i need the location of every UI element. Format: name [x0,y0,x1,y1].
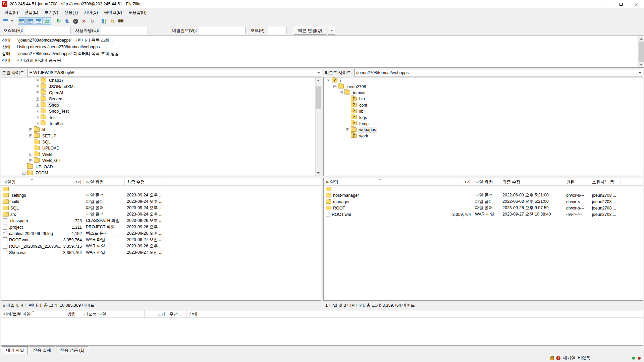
tree-item[interactable]: +WEB [1,152,315,158]
column-header-4[interactable]: 권한 [564,178,590,185]
tree-item[interactable]: +Shop [1,102,315,108]
column-header-0[interactable]: 파일명 [1,178,63,185]
quickconnect-button[interactable]: 빠른 연결(Q) [294,27,327,35]
refresh-button[interactable]: ↻ [55,17,63,25]
file-row[interactable]: .classpath723CLASSPATH 파일2023-09-26 오후 .… [1,218,164,224]
tree-expander-icon[interactable]: + [36,98,39,101]
tree-expander-icon[interactable]: + [29,128,32,131]
toggle-log-button[interactable] [18,17,26,25]
tree-item[interactable]: lib [324,108,643,114]
site-manager-dropdown-button[interactable] [10,17,14,25]
file-row[interactable]: host-manager파일 폴더2022-06-03 오후 5:21:00dr… [324,192,621,198]
log-scrollbar[interactable] [638,36,644,67]
menu-item-s[interactable]: 서버(S) [81,8,101,17]
file-row[interactable]: SQL파일 폴더2023-09-24 오후 ... [1,205,164,211]
tree-expander-icon[interactable]: + [36,110,39,113]
tree-item[interactable]: +Chap17 [1,77,315,83]
tree-item[interactable]: +WEB_GIT [1,158,315,164]
port-input[interactable] [268,27,286,34]
remote-site-combobox[interactable]: /joeun2708/tomcat/webapps [354,69,643,76]
tree-item[interactable]: temp [324,121,643,127]
alert-icon[interactable] [556,356,560,360]
file-row[interactable]: .. [324,186,621,192]
tree-expander-icon[interactable]: + [29,134,32,137]
scroll-down-button[interactable] [639,62,644,67]
tree-expander-icon[interactable]: + [36,79,39,82]
toggle-remote-tree-button[interactable] [35,17,43,25]
column-header-0[interactable]: 서버/로컬 파일 [1,310,65,317]
column-header-2[interactable]: 파일 유형 [84,178,125,185]
scroll-up-button[interactable] [316,77,321,83]
tree-expander-icon[interactable]: – [333,85,336,88]
column-header-2[interactable]: 파일 유형 [473,178,500,185]
tree-expander-icon[interactable]: + [29,153,32,156]
file-row[interactable]: ROOT_20230926_2107.w...3,359,715WAR 파일20… [1,243,164,249]
file-row[interactable]: ROOT.war3,359,764WAR 파일2023-09-27 오전 ... [1,237,164,243]
queue-tab[interactable]: 전송 실패 [29,346,55,355]
scrollbar-thumb[interactable] [316,86,321,109]
column-header-1[interactable]: 크기 [63,178,84,185]
file-row[interactable]: .project1,211PROJECT 파일2023-09-26 오후 ... [1,224,164,230]
menu-item-t[interactable]: 전송(T) [61,8,81,17]
scrollbar-thumb[interactable] [639,42,644,62]
sync-browse-button[interactable]: ⇆ [108,17,116,25]
toggle-queue-button[interactable]: ⇄ [43,17,51,25]
tree-item[interactable]: conf [324,102,643,108]
tree-item[interactable]: +Shop_Test [1,108,315,114]
tree-item[interactable]: UPLOAD [1,164,315,170]
process-queue-button[interactable]: ⇅ [63,17,71,25]
compare-button[interactable] [100,17,108,25]
file-row[interactable]: Shop.war3,359,764WAR 파일2023-09-27 오전 ... [1,249,164,256]
tree-expander-icon[interactable]: + [22,172,25,175]
file-row[interactable]: .. [1,186,164,192]
tree-expander-icon[interactable]: + [36,104,39,107]
tree-expander-icon[interactable]: – [327,79,330,82]
file-row[interactable]: ROOT파일 폴더2023-09-26 오후 9:07:59drwxr-s---… [324,205,621,211]
tree-expander-icon[interactable]: – [340,91,343,94]
tree-expander-icon[interactable]: + [36,85,39,88]
local-tree-scrollbar[interactable] [315,77,321,176]
password-input[interactable] [199,27,246,34]
menu-item-b[interactable]: 북마크(B) [101,8,125,17]
tree-item[interactable]: UPLOAD [1,145,315,151]
column-header-3[interactable]: 최종 수정 [125,178,164,185]
tree-item[interactable]: –joeun2708 [324,83,643,89]
remote-site-dropdown[interactable] [637,69,643,76]
tree-expander-icon[interactable]: + [36,116,39,119]
scroll-up-button[interactable] [639,36,644,42]
column-header-3[interactable]: 최종 수정 [500,178,564,185]
tree-item[interactable]: bin [324,96,643,102]
column-header-1[interactable]: 크기 [436,178,473,185]
column-header-5[interactable]: 상태 [187,310,237,317]
tree-item[interactable]: +Servers [1,96,315,102]
maximize-button[interactable] [613,0,629,8]
tree-item[interactable]: +ZOOM [1,170,315,176]
cancel-button[interactable]: ✕ [71,17,79,25]
local-site-combobox[interactable]: E:₩TJE₩JSP₩Shop₩ [27,69,322,76]
tree-expander-icon[interactable]: + [36,91,39,94]
column-header-3[interactable]: 크기 [145,310,167,317]
file-row[interactable]: ROOT.war3,359,764WAR 파일2023-09-27 오전 10:… [324,211,621,218]
column-header-1[interactable]: 방향 [65,310,82,317]
tree-item[interactable]: +lib [1,127,315,133]
tree-expander-icon[interactable]: + [346,128,349,131]
tree-expander-icon[interactable]: + [29,159,32,162]
menu-item-v[interactable]: 보기(V) [41,8,61,17]
scroll-down-button[interactable] [316,170,321,176]
toggle-local-tree-button[interactable] [26,17,34,25]
find-button[interactable] [117,17,125,25]
tree-item[interactable]: work [324,133,643,139]
file-row[interactable]: .settings파일 폴더2023-09-24 오후 ... [1,192,164,198]
tree-item[interactable]: +SETUP [1,133,315,139]
column-header-0[interactable]: 파일명 [324,178,436,185]
host-input[interactable] [25,27,70,34]
tree-expander-icon[interactable]: + [36,122,39,125]
column-header-4[interactable]: 우선 ... [167,310,187,317]
local-site-dropdown[interactable] [316,69,322,76]
username-input[interactable] [101,27,148,34]
tree-item[interactable]: logs [324,114,643,120]
tree-item[interactable]: –tomcat [324,90,643,96]
tree-item[interactable]: +JSONandXML [1,83,315,89]
tree-item[interactable]: SQL [1,139,315,145]
disconnect-button[interactable]: ✕ [80,17,88,25]
